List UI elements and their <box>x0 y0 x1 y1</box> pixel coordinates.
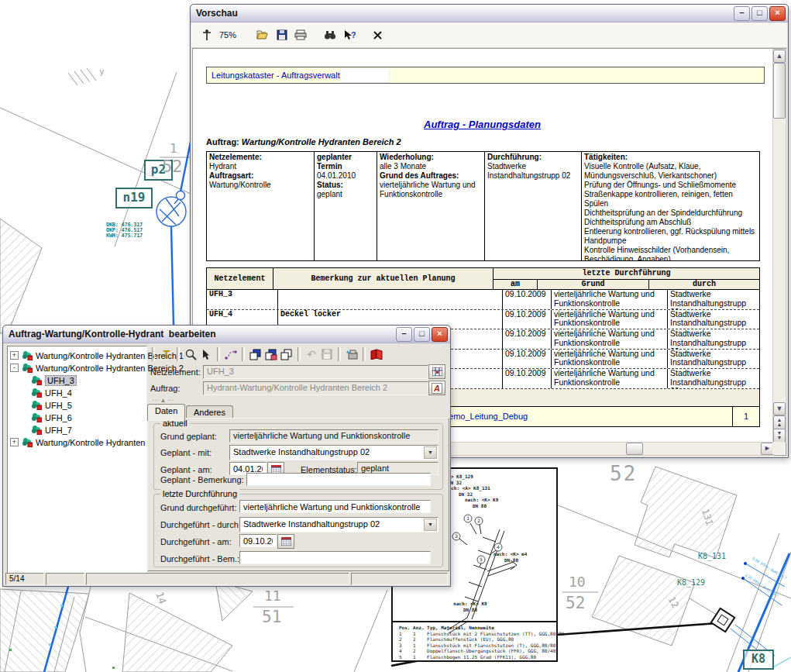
geplant-am-label: Geplant - am: <box>160 465 212 474</box>
search-binoculars-icon[interactable] <box>324 29 336 40</box>
durchgefuehrt-durch-combobox[interactable]: Stadtwerke Instandhaltungstrupp 02 ▼ <box>239 517 438 532</box>
durchgefuehrt-am-field[interactable] <box>239 534 277 547</box>
db-refresh-icon[interactable] <box>344 347 359 361</box>
parcel-fraction-1-bottom: 52 <box>162 157 183 176</box>
auftrag-info-button[interactable]: A <box>428 381 445 395</box>
dialog-statusbar: 5/14 <box>5 573 448 585</box>
geplant-mit-combobox[interactable]: Stadtwerke Instandhaltungstrupp 02 ▼ <box>229 445 438 460</box>
inset-bottom-annotation: nach: <K> K9 DN 80 <box>435 601 505 612</box>
close-preview-icon[interactable] <box>373 30 383 40</box>
netzelement-label: Netzelement: <box>150 367 201 377</box>
group-aktuell: aktuell Grund geplant: vierteljährliche … <box>153 423 443 490</box>
copy-remove-icon[interactable] <box>263 347 279 361</box>
geplant-bemerkung-field[interactable] <box>246 473 431 486</box>
tree-item-ufh-5[interactable]: UFH_5 <box>31 399 72 411</box>
order-group-icon <box>22 350 33 360</box>
report-heading: Auftrag - Planungsdaten <box>206 119 758 130</box>
trace-route-icon[interactable] <box>223 347 239 361</box>
preview-titlebar[interactable]: Vorschau – □ × <box>191 5 788 22</box>
auftrag-value: Wartung/Kontrolle Hydranten Bereich 2 <box>242 137 401 146</box>
splitter-handle[interactable]: ··· ▲ ··· <box>150 398 445 404</box>
col-header-bemerkung: Bemerkung zur aktuellen Planung <box>273 268 494 289</box>
grund-durchgefuehrt-label: Grund durchgeführt: <box>160 503 236 512</box>
order-group-icon <box>22 363 33 373</box>
copy-to-map-icon[interactable] <box>248 347 263 361</box>
callout-4: 4 <box>497 544 500 550</box>
undo-icon[interactable]: ↶ <box>304 347 319 361</box>
grund-durchgefuehrt-field[interactable] <box>239 500 431 513</box>
tab-daten[interactable]: Daten <box>147 404 185 421</box>
h-scrollbar-thumb[interactable] <box>626 443 643 455</box>
scrollbar-thumb[interactable] <box>773 63 786 119</box>
cross-pointer-icon[interactable] <box>201 29 212 41</box>
expand-toggle[interactable]: + <box>10 438 19 446</box>
dialog-titlebar[interactable]: Auftrag-Wartung/Kontrolle-Hydrant bearbe… <box>3 326 450 343</box>
col-header-durch: durch <box>649 280 759 289</box>
save-record-icon[interactable] <box>319 347 335 361</box>
parcel-fraction-1-top: 1 <box>170 141 177 156</box>
expand-toggle[interactable]: - <box>10 364 19 372</box>
context-help-icon[interactable]: ? <box>343 29 356 41</box>
report-banner-text: Leitungskataster - Auftragsverwaltung <box>212 71 354 80</box>
minimize-button[interactable]: – <box>734 6 750 21</box>
group-letzte-legend: letzte Durchführung <box>160 489 239 498</box>
netzelement-map-button[interactable] <box>428 364 445 379</box>
help-book-icon[interactable] <box>369 347 384 361</box>
copy-plain-icon[interactable] <box>279 347 294 361</box>
zoom-icon[interactable] <box>183 347 198 361</box>
banner-highlight-box <box>340 68 390 83</box>
parcel-fraction-10: 10 <box>569 574 586 590</box>
chevron-down-icon[interactable]: ▼ <box>424 446 437 459</box>
hydrant-item-icon <box>31 412 42 422</box>
edit-tool-icon[interactable]: T <box>158 347 174 361</box>
tree-item-ufh-6[interactable]: UFH_6 <box>31 412 72 423</box>
col-header-letzte: letzte Durchführung <box>494 268 759 280</box>
dialog-minimize-button[interactable]: – <box>396 327 412 342</box>
tree-item-label: UFH_5 <box>45 401 72 410</box>
edit-dialog: Auftrag-Wartung/Kontrolle-Hydrant bearbe… <box>2 325 451 587</box>
scroll-down-button[interactable]: ▼ <box>773 402 786 415</box>
zoom-level[interactable]: 75% <box>219 30 236 40</box>
auftrag-label: Auftrag: <box>206 137 239 146</box>
parcel-number-52: 52 <box>610 462 637 485</box>
auftrag-field: Hydrant-Wartung/Kontrolle Hydranten Bere… <box>203 381 428 395</box>
parcel-fraction-10-52: 52 <box>566 594 585 612</box>
order-tree: + Wartung/Kontrolle Hydranten Bereich 1 … <box>7 346 147 574</box>
table-row: UFH_3 09.10.2009 vierteljährliche Wartun… <box>207 290 759 310</box>
tree-item-label: UFH_4 <box>45 388 72 398</box>
calendar-icon[interactable] <box>277 534 294 549</box>
chevron-down-icon[interactable]: ▼ <box>424 519 437 531</box>
tree-item-ufh-4[interactable]: UFH_4 <box>31 387 72 398</box>
col-header-netzelement: Netzelement <box>207 268 273 289</box>
select-arrow-icon[interactable] <box>198 347 214 361</box>
dialog-close-button[interactable]: × <box>432 327 448 342</box>
geplant-bemerkung-label: Geplant - Bemerkung: <box>160 475 244 484</box>
dialog-title: Auftrag-Wartung/Kontrolle-Hydrant bearbe… <box>9 329 394 339</box>
durchgefuehrt-bem-field[interactable] <box>239 551 431 564</box>
vertical-scrollbar[interactable]: ▲ ▼ ▲▲ ▼▼ <box>772 49 786 443</box>
print-icon[interactable] <box>294 29 307 40</box>
scroll-up-button[interactable]: ▲ <box>773 50 786 63</box>
tree-item-label-selected: UFH_3 <box>45 375 77 386</box>
callout-1: 1 <box>466 515 469 521</box>
close-button[interactable]: × <box>769 6 786 21</box>
dialog-maximize-button[interactable]: □ <box>414 327 430 342</box>
group-letzte-durchfuehrung: letzte Durchführung Grund durchgeführt: … <box>153 494 443 567</box>
node-label-n19: n19 <box>115 188 153 208</box>
expand-toggle[interactable]: + <box>10 351 19 360</box>
status-panel <box>86 573 349 585</box>
tree-item-label: UFH_6 <box>45 413 72 422</box>
maximize-button[interactable]: □ <box>751 6 768 21</box>
tree-item-label: UFH_7 <box>45 426 72 435</box>
callout-3: 3 <box>455 533 458 539</box>
auftrag-label: Auftrag: <box>150 384 181 393</box>
node-label-k8: K8 <box>743 650 774 670</box>
hydrant-item-icon <box>31 388 42 398</box>
save-icon[interactable] <box>277 29 287 40</box>
info-table: Netzelemente:Hydrant Auftragsart:Wartung… <box>206 151 760 261</box>
tree-item-ufh-3[interactable]: UFH_3 <box>31 374 77 386</box>
open-icon[interactable] <box>256 29 270 40</box>
durchgefuehrt-durch-label: Durchgeführt - durch: <box>160 520 241 529</box>
hydrant-item-icon <box>31 425 42 435</box>
tree-item-ufh-7[interactable]: UFH_7 <box>31 424 72 436</box>
